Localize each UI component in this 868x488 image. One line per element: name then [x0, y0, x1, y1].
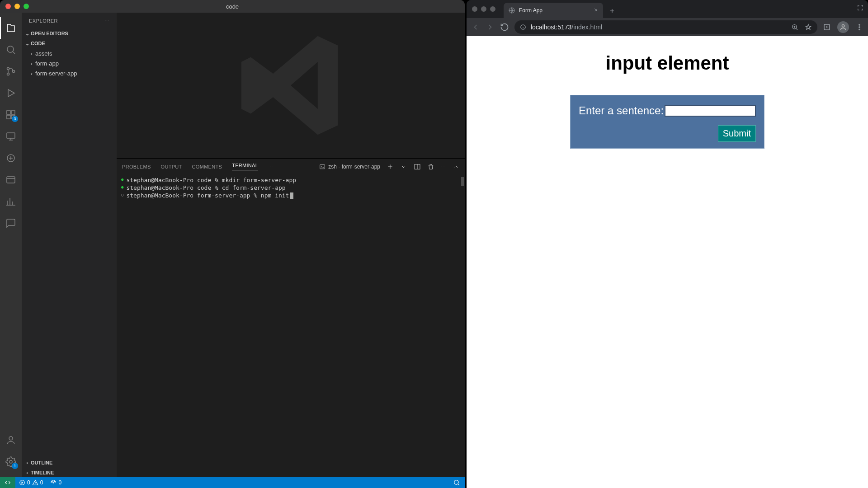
- chevron-right-icon: ›: [24, 470, 31, 475]
- chevron-right-icon: ›: [28, 60, 35, 67]
- browser-tab[interactable]: Form App: [504, 3, 603, 18]
- open-editors-section[interactable]: ⌄ OPEN EDITORS: [22, 28, 117, 38]
- reload-icon[interactable]: [500, 23, 509, 32]
- trash-icon[interactable]: [427, 163, 434, 170]
- settings-badge: 1: [12, 463, 18, 469]
- terminal-view[interactable]: ● stephan@MacBook-Pro code % mkdir form-…: [117, 174, 465, 477]
- back-icon[interactable]: [471, 23, 480, 32]
- remote-indicator[interactable]: [0, 477, 15, 488]
- svg-point-17: [454, 480, 458, 484]
- menu-dots-icon[interactable]: [855, 23, 863, 31]
- statusbar-right: [453, 479, 465, 486]
- tab-output[interactable]: OUTPUT: [161, 164, 182, 169]
- timeline-section[interactable]: › TIMELINE: [22, 467, 117, 477]
- status-ports[interactable]: 0: [47, 477, 65, 488]
- folder-form-app[interactable]: › form-app: [22, 58, 117, 68]
- explorer-sidebar: EXPLORER ⋯ ⌄ OPEN EDITORS ⌄ CODE › asset…: [22, 13, 117, 477]
- explorer-more-icon[interactable]: ⋯: [104, 18, 110, 23]
- page-content: input element Enter a sentence: Submit: [467, 36, 868, 488]
- test-icon[interactable]: [0, 147, 22, 169]
- tab-comments[interactable]: COMMENTS: [192, 164, 222, 169]
- sentence-input[interactable]: [665, 105, 756, 117]
- close-tab-icon[interactable]: [593, 7, 599, 14]
- zoom-icon[interactable]: [791, 23, 798, 31]
- browser-window: Form App localhost:5173/index.html: [467, 0, 868, 488]
- folder-assets[interactable]: › assets: [22, 48, 117, 58]
- terminal-text: stephan@MacBook-Pro code % mkdir form-se…: [126, 176, 296, 184]
- status-problems[interactable]: 0 0: [15, 477, 47, 488]
- bookmark-star-icon[interactable]: [805, 23, 812, 31]
- url-host: localhost:5173: [531, 23, 571, 31]
- new-tab-button[interactable]: [606, 5, 618, 17]
- svg-rect-4: [7, 111, 10, 114]
- panel-tabbar: PROBLEMS OUTPUT COMMENTS TERMINAL ⋯ zsh …: [117, 159, 465, 174]
- form-label: Enter a sentence:: [579, 104, 664, 117]
- terminal-cursor: [290, 192, 293, 199]
- panel-overflow-icon[interactable]: ⋯: [441, 164, 446, 169]
- statusbar-left: 0 0 0: [0, 477, 65, 488]
- svg-point-23: [859, 24, 860, 25]
- profile-avatar[interactable]: [837, 21, 849, 33]
- minimize-window-button[interactable]: [14, 4, 20, 9]
- status-dot-icon: ○: [121, 191, 123, 199]
- terminal-line: ● stephan@MacBook-Pro code % cd form-ser…: [121, 184, 460, 192]
- account-icon[interactable]: [0, 429, 22, 451]
- codespace-icon[interactable]: [0, 169, 22, 191]
- remote-icon: [5, 479, 11, 486]
- maximize-window-button[interactable]: [490, 6, 495, 12]
- svg-point-25: [859, 29, 860, 30]
- settings-gear-icon[interactable]: 1: [0, 451, 22, 473]
- explorer-header: EXPLORER ⋯: [22, 13, 117, 28]
- close-window-button[interactable]: [5, 4, 11, 9]
- terminal-dropdown-icon[interactable]: [400, 163, 407, 170]
- svg-point-12: [9, 460, 12, 463]
- person-icon: [840, 23, 847, 31]
- url-path: /index.html: [571, 23, 602, 31]
- tab-problems[interactable]: PROBLEMS: [122, 164, 151, 169]
- svg-rect-6: [7, 115, 10, 119]
- ports-count: 0: [58, 479, 61, 486]
- folder-label: form-server-app: [35, 70, 77, 77]
- install-icon[interactable]: [823, 23, 831, 31]
- folder-label: assets: [35, 50, 52, 57]
- svg-point-1: [7, 68, 9, 70]
- svg-point-0: [7, 46, 14, 52]
- outline-section[interactable]: › OUTLINE: [22, 457, 117, 467]
- root-folder-section[interactable]: ⌄ CODE: [22, 38, 117, 48]
- close-window-button[interactable]: [472, 6, 477, 12]
- minimize-window-button[interactable]: [481, 6, 486, 12]
- remote-explorer-icon[interactable]: [0, 126, 22, 147]
- tab-terminal[interactable]: TERMINAL: [232, 163, 258, 170]
- folder-form-server-app[interactable]: › form-server-app: [22, 68, 117, 78]
- feedback-icon[interactable]: [453, 479, 460, 486]
- comment-icon[interactable]: [0, 212, 22, 234]
- submit-button[interactable]: Submit: [718, 125, 756, 142]
- chart-icon[interactable]: [0, 191, 22, 212]
- svg-point-16: [53, 482, 54, 483]
- maximize-window-button[interactable]: [24, 4, 29, 9]
- extensions-badge: 3: [12, 116, 18, 122]
- source-control-icon[interactable]: [0, 61, 22, 82]
- forward-icon[interactable]: [486, 23, 495, 32]
- expand-window-icon[interactable]: [857, 5, 863, 13]
- terminal-process-text: zsh - form-server-app: [328, 164, 380, 170]
- site-info-icon[interactable]: [520, 24, 526, 30]
- terminal-process-label[interactable]: zsh - form-server-app: [319, 164, 380, 170]
- vscode-body: 3 1: [0, 13, 465, 477]
- terminal-scrollbar[interactable]: [461, 177, 464, 186]
- traffic-lights: [0, 4, 29, 9]
- maximize-panel-icon[interactable]: [452, 163, 459, 170]
- vscode-window: code 3: [0, 0, 465, 488]
- status-dot-icon: ●: [121, 176, 123, 183]
- run-debug-icon[interactable]: [0, 82, 22, 104]
- new-terminal-icon[interactable]: [387, 163, 394, 170]
- panel-more-icon[interactable]: ⋯: [268, 164, 273, 169]
- form-container: Enter a sentence: Submit: [570, 95, 764, 149]
- split-terminal-icon[interactable]: [414, 163, 421, 170]
- address-bar[interactable]: localhost:5173/index.html: [514, 20, 817, 34]
- explorer-icon[interactable]: [0, 17, 22, 39]
- extensions-icon[interactable]: 3: [0, 104, 22, 126]
- globe-icon: [508, 7, 515, 14]
- search-icon[interactable]: [0, 39, 22, 61]
- explorer-title: EXPLORER: [29, 18, 58, 23]
